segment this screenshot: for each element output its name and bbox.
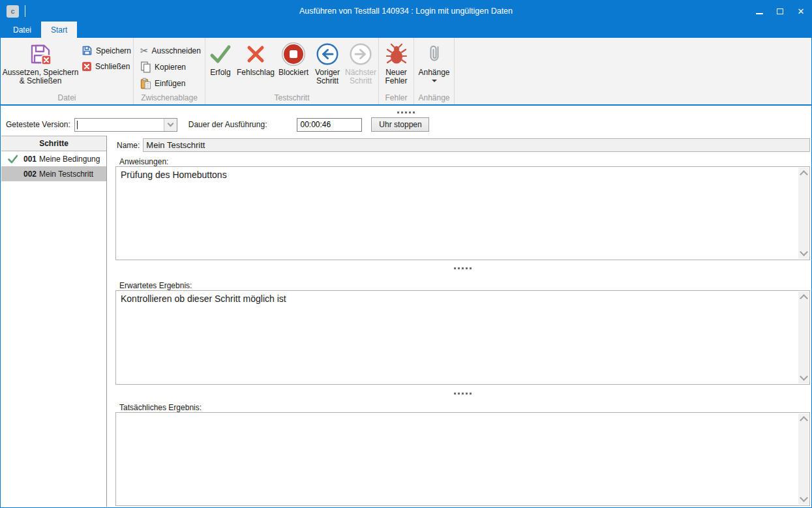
tab-datei[interactable]: Datei [3,22,41,38]
titlebar-separator [25,5,25,17]
scroll-down-icon[interactable] [800,494,808,502]
scroll-down-icon[interactable] [800,372,808,381]
previous-step-label: Voriger Schritt [311,68,344,85]
name-field[interactable]: Mein Testschritt [143,138,810,152]
text-caret [77,121,78,129]
scissors-icon: ✂ [140,46,149,55]
next-step-label: Nächster Schritt [344,68,378,85]
group-label-datei: Datei [1,93,133,104]
app-icon-glyph: c [10,7,14,15]
attachments-button[interactable]: Anhänge [414,38,454,93]
fail-button[interactable]: Fehlschlag [235,38,276,93]
minimize-icon [756,13,763,14]
paste-label: Einfügen [155,79,185,88]
attachments-dropdown-icon[interactable] [432,80,437,82]
instructions-label: Anweisungen: [119,157,168,166]
paperclip-icon [425,41,444,67]
save-label: Speichern [96,46,131,55]
window-controls: ✕ [749,1,811,22]
ribbon-group-testschritt: Erfolg Fehlschlag [205,38,379,104]
fail-x-icon [245,41,266,67]
tested-version-dropdown-button[interactable] [164,119,177,131]
minimize-button[interactable] [749,1,770,22]
scroll-up-icon[interactable] [800,170,808,179]
actual-result-textarea[interactable] [115,412,810,506]
success-check-icon [209,41,232,67]
titlebar: c Ausführen von Testfall 140934 : Login … [1,1,811,22]
blocked-button[interactable]: Blockiert [276,38,311,93]
close-label: Schließen [95,62,130,71]
suspend-save-close-label: Aussetzen, Speichern & Schließen [1,68,80,85]
step-name: Meine Bedingung [39,155,100,164]
next-step-button[interactable]: Nächster Schritt [344,38,378,93]
group-label-anhaenge: Anhänge [414,93,454,104]
step-row-001[interactable]: 001 Meine Bedingung [1,151,106,166]
instructions-text: Prüfung des Homebuttons [121,170,795,257]
name-label: Name: [117,141,140,150]
stop-clock-button[interactable]: Uhr stoppen [371,117,429,132]
instructions-textarea[interactable]: Prüfung des Homebuttons [115,166,810,260]
previous-step-arrow-icon [316,41,339,67]
bug-icon [385,41,408,67]
close-red-icon [82,61,92,72]
vertical-scrollbar[interactable] [798,413,809,505]
group-label-testschritt: Testschritt [205,93,378,104]
step-row-002[interactable]: 002 Mein Testschritt [1,166,106,181]
cut-label: Ausschneiden [152,46,201,55]
close-icon: ✕ [798,7,805,16]
app-icon: c [7,5,19,18]
copy-label: Kopieren [155,63,186,72]
name-value: Mein Testschritt [146,140,205,150]
step-number: 001 [23,155,37,164]
name-row: Name: Mein Testschritt [117,138,810,152]
suspend-save-close-button[interactable]: Aussetzen, Speichern & Schließen [1,38,80,93]
ribbon-group-datei: Aussetzen, Speichern & Schließen Speiche… [1,38,134,104]
save-button[interactable]: Speichern [82,44,131,57]
section-splitter-grip[interactable] [115,392,810,395]
duration-input[interactable] [297,118,362,132]
maximize-button[interactable] [770,1,790,22]
close-ribbon-button[interactable]: Schließen [82,60,131,72]
previous-step-button[interactable]: Voriger Schritt [311,38,344,93]
cut-button[interactable]: ✂ Ausschneiden [140,44,205,57]
success-button[interactable]: Erfolg [205,38,235,93]
maximize-icon [777,8,783,14]
close-button[interactable]: ✕ [790,1,811,22]
chevron-down-icon [167,121,173,127]
expected-result-textarea[interactable]: Kontrollieren ob dieser Schritt möglich … [115,290,810,385]
ribbon-group-anhaenge: Anhänge Anhänge [414,38,455,104]
vertical-scrollbar[interactable] [798,168,809,259]
step-name: Mein Testschritt [39,170,93,179]
tab-start[interactable]: Start [41,22,77,38]
new-defect-button[interactable]: Neuer Fehler [379,38,414,93]
tested-version-combobox[interactable] [74,118,177,132]
step-number: 002 [23,170,37,179]
duration-label: Dauer der Ausführung: [188,120,267,129]
scroll-up-icon[interactable] [800,294,808,303]
scroll-up-icon[interactable] [800,416,808,425]
vertical-scrollbar[interactable] [798,291,809,383]
paste-icon [140,78,151,89]
actual-result-text [121,415,795,503]
window-title: Ausführen von Testfall 140934 : Login mi… [79,7,733,16]
section-splitter-grip[interactable] [115,267,810,270]
tested-version-label: Getestete Version: [6,120,70,129]
group-label-fehler: Fehler [379,93,414,104]
copy-button[interactable]: Kopieren [140,61,205,73]
attachments-label: Anhänge [418,68,449,77]
success-label: Erfolg [210,68,230,77]
expected-result-text: Kontrollieren ob dieser Schritt möglich … [121,293,795,381]
ribbon-group-zwischenablage: ✂ Ausschneiden Kopieren [134,38,205,104]
actual-result-label: Tatsächliches Ergebnis: [119,403,202,412]
ribbon-splitter-grip[interactable] [1,110,811,114]
blocked-label: Blockiert [278,68,308,77]
fail-label: Fehlschlag [237,68,275,77]
ribbon: Aussetzen, Speichern & Schließen Speiche… [1,38,811,106]
scroll-down-icon[interactable] [800,248,808,256]
paste-button[interactable]: Einfügen [140,77,205,89]
blocked-stop-icon [281,41,306,67]
group-label-zwischenablage: Zwischenablage [134,93,205,104]
stop-clock-label: Uhr stoppen [379,120,421,129]
step-detail-panel: Name: Mein Testschritt Anweisungen: Prüf… [115,136,810,506]
copy-icon [140,61,151,73]
